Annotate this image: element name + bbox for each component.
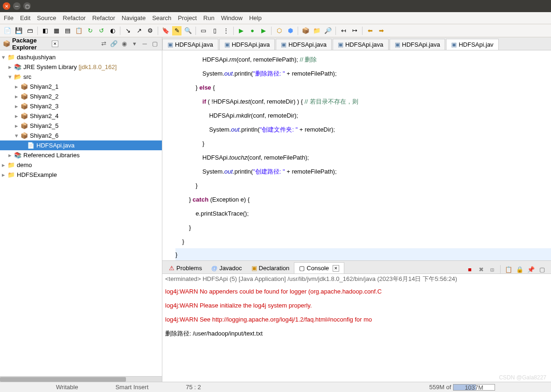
tree-src[interactable]: ▾📂src bbox=[0, 72, 162, 82]
menu-navigate[interactable]: Navigate bbox=[122, 14, 146, 21]
tb-1[interactable]: ◧ bbox=[41, 26, 50, 35]
focus-icon[interactable]: ◉ bbox=[120, 40, 128, 48]
menu-refactor-2[interactable]: Refactor bbox=[92, 14, 115, 21]
maximize-window-button[interactable]: ▢ bbox=[23, 2, 31, 10]
tb-16[interactable]: ⋮ bbox=[221, 26, 230, 35]
status-insert: Smart Insert bbox=[115, 384, 148, 391]
tb-2[interactable]: ▦ bbox=[52, 26, 61, 35]
status-writable: Writable bbox=[56, 384, 78, 391]
tree-file-hdfsapi[interactable]: 📄HDFSApi.java bbox=[0, 140, 162, 150]
bottom-panel: ⚠Problems @Javadoc ▣Declaration ▢Console… bbox=[162, 260, 551, 382]
menu-refactor[interactable]: Refactor bbox=[63, 14, 86, 21]
tb-13[interactable]: 🔍 bbox=[183, 26, 193, 35]
package-icon: 📦 bbox=[3, 40, 10, 47]
tb-12[interactable]: ✎ bbox=[172, 26, 181, 35]
tree-demo[interactable]: ▸📁demo bbox=[0, 160, 162, 170]
tree-pkg-5[interactable]: ▸📦Shiyan2_5 bbox=[0, 121, 162, 131]
tree-pkg-6[interactable]: ▾📦Shiyan2_6 bbox=[0, 131, 162, 140]
tb-20[interactable]: 📦 bbox=[301, 26, 310, 35]
tree-jre[interactable]: ▸📚JRE System Library [jdk1.8.0_162] bbox=[0, 62, 162, 72]
editor-tab-1[interactable]: ▣HDFSApi.java bbox=[162, 39, 218, 50]
tb-11[interactable]: 🔖 bbox=[161, 26, 170, 35]
close-view-button[interactable]: ✕ bbox=[52, 41, 58, 47]
tree-pkg-4[interactable]: ▸📦Shiyan2_4 bbox=[0, 111, 162, 121]
tb-4[interactable]: 📋 bbox=[74, 26, 84, 35]
collapse-icon[interactable]: ⇄ bbox=[99, 40, 108, 48]
bottom-tabs: ⚠Problems @Javadoc ▣Declaration ▢Console… bbox=[162, 261, 551, 274]
console-info: <terminated> HDFSApi (5) [Java Applicati… bbox=[162, 274, 551, 284]
tb-24[interactable]: ↦ bbox=[350, 26, 359, 35]
editor-tab-4[interactable]: ▣HDFSApi.java bbox=[333, 39, 389, 50]
tb-23[interactable]: ↤ bbox=[339, 26, 348, 35]
menu-edit[interactable]: Edit bbox=[20, 14, 30, 21]
menu-search[interactable]: Search bbox=[152, 14, 171, 21]
tb-19[interactable]: ⬢ bbox=[286, 26, 295, 35]
tree-hdfsexample[interactable]: ▸📁HDFSExample bbox=[0, 170, 162, 180]
h-scrollbar[interactable] bbox=[0, 376, 162, 382]
tb-3[interactable]: ▤ bbox=[63, 26, 72, 35]
tb-7[interactable]: ◐ bbox=[108, 26, 117, 35]
tb-15[interactable]: ▯ bbox=[210, 26, 219, 35]
editor-tab-3[interactable]: ▣HDFSApi.java bbox=[276, 39, 332, 50]
tree-ref-libs[interactable]: ▸📚Referenced Libraries bbox=[0, 150, 162, 160]
tb-8[interactable]: ↘ bbox=[123, 26, 133, 35]
main-area: ▣HDFSApi.java ▣HDFSApi.java ▣HDFSApi.jav… bbox=[162, 37, 551, 382]
editor-tab-5[interactable]: ▣HDFSApi.java bbox=[390, 39, 446, 50]
tb-17[interactable]: ▶ bbox=[259, 26, 268, 35]
status-position: 75 : 2 bbox=[186, 384, 201, 391]
tb-9[interactable]: ↗ bbox=[134, 26, 144, 35]
back-button[interactable]: ⬅ bbox=[365, 26, 375, 35]
tb-10[interactable]: ⚙ bbox=[146, 26, 155, 35]
tab-javadoc[interactable]: @Javadoc bbox=[207, 262, 247, 273]
menu-run[interactable]: Run bbox=[203, 14, 215, 21]
tree-project[interactable]: ▾📁dashujushiyan bbox=[0, 52, 162, 62]
remove-button[interactable]: ✖ bbox=[477, 265, 485, 273]
remove-all-button[interactable]: ⦻ bbox=[488, 265, 496, 273]
tb-18[interactable]: ⬡ bbox=[274, 26, 284, 35]
tb-21[interactable]: 📁 bbox=[312, 26, 321, 35]
editor-tab-2[interactable]: ▣HDFSApi.java bbox=[219, 39, 275, 50]
tab-declaration[interactable]: ▣Declaration bbox=[247, 262, 294, 273]
min-icon[interactable]: ─ bbox=[140, 40, 149, 48]
menubar: File Edit Source Refactor Refactor Navig… bbox=[0, 12, 551, 24]
menu-window[interactable]: Window bbox=[221, 14, 243, 21]
max-icon[interactable]: ▢ bbox=[151, 40, 159, 48]
code-editor[interactable]: HDFSApi.rm(conf, remoteFilePath); // 删除 … bbox=[162, 50, 551, 260]
forward-button[interactable]: ➡ bbox=[377, 26, 386, 35]
tb-6[interactable]: ↺ bbox=[97, 26, 106, 35]
close-window-button[interactable]: ✕ bbox=[3, 2, 10, 10]
display-button[interactable]: ▢ bbox=[538, 265, 546, 273]
tab-problems[interactable]: ⚠Problems bbox=[164, 262, 207, 273]
save-all-button[interactable]: 🗃 bbox=[25, 26, 35, 35]
minimize-window-button[interactable]: ─ bbox=[13, 2, 21, 10]
menu-project[interactable]: Project bbox=[178, 14, 196, 21]
run-button[interactable]: ● bbox=[248, 26, 257, 35]
tree-pkg-3[interactable]: ▸📦Shiyan2_3 bbox=[0, 101, 162, 111]
tree-pkg-1[interactable]: ▸📦Shiyan2_1 bbox=[0, 82, 162, 91]
watermark: CSDN @Gala8227 bbox=[499, 374, 546, 381]
menu-icon[interactable]: ▾ bbox=[130, 40, 139, 48]
pin-button[interactable]: 📌 bbox=[527, 265, 535, 273]
tree-pkg-2[interactable]: ▸📦Shiyan2_2 bbox=[0, 91, 162, 101]
new-button[interactable]: 📄 bbox=[3, 26, 12, 35]
tb-22[interactable]: 🔎 bbox=[323, 26, 333, 35]
tab-console[interactable]: ▢Console✕ bbox=[294, 262, 344, 273]
tb-5[interactable]: ↻ bbox=[85, 26, 95, 35]
tb-14[interactable]: ▭ bbox=[199, 26, 208, 35]
debug-button[interactable]: ▶ bbox=[237, 26, 246, 35]
terminate-button[interactable]: ■ bbox=[466, 265, 474, 273]
editor-tab-6[interactable]: ▣HDFSApi.jav bbox=[446, 39, 498, 50]
heap-status[interactable]: 559M of 1037M bbox=[429, 384, 495, 391]
clear-button[interactable]: 📋 bbox=[504, 265, 513, 273]
statusbar: Writable Smart Insert 75 : 2 559M of 103… bbox=[0, 382, 551, 392]
menu-file[interactable]: File bbox=[4, 14, 14, 21]
scroll-lock-button[interactable]: 🔒 bbox=[516, 265, 524, 273]
view-title: Package Explorer bbox=[12, 37, 50, 51]
link-icon[interactable]: 🔗 bbox=[110, 40, 118, 48]
save-button[interactable]: 💾 bbox=[14, 26, 23, 35]
titlebar: ✕ ─ ▢ bbox=[0, 0, 551, 12]
console-output[interactable]: log4j:WARN No appenders could be found f… bbox=[162, 284, 551, 382]
menu-source[interactable]: Source bbox=[37, 14, 56, 21]
menu-help[interactable]: Help bbox=[249, 14, 262, 21]
toolbar: 📄 💾 🗃 ◧ ▦ ▤ 📋 ↻ ↺ ◐ ↘ ↗ ⚙ 🔖 ✎ 🔍 ▭ ▯ ⋮ ▶ … bbox=[0, 24, 551, 37]
